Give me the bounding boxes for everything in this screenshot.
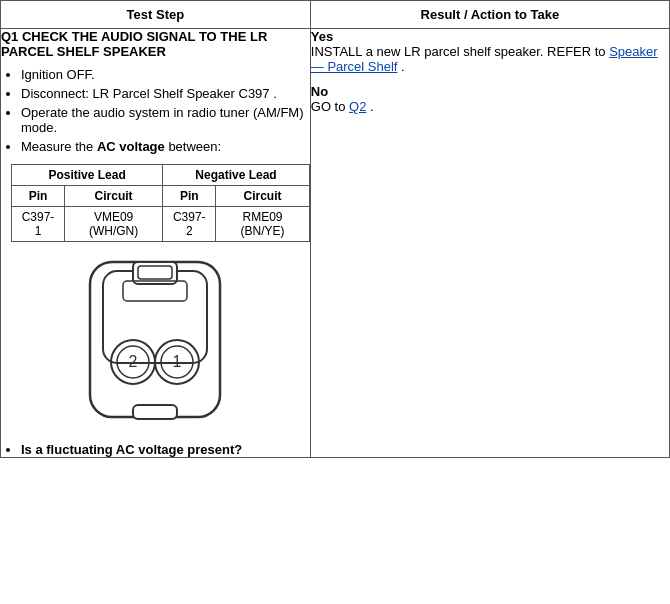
step-1: Ignition OFF. [21, 67, 310, 82]
bottom-question-text: Is a fluctuating AC voltage present? [21, 442, 242, 457]
no-text: GO to [311, 99, 349, 114]
step-3: Operate the audio system in radio tuner … [21, 105, 310, 135]
step-2: Disconnect: LR Parcel Shelf Speaker C397… [21, 86, 310, 101]
col1-header: Test Step [1, 1, 311, 29]
content-row: Q1 CHECK THE AUDIO SIGNAL TO THE LR PARC… [1, 29, 670, 458]
right-column: Yes INSTALL a new LR parcel shelf speake… [310, 29, 669, 458]
neg-pin-header: Pin [163, 186, 216, 207]
neg-circuit-value: RME09 (BN/YE) [216, 207, 310, 242]
voltage-table: Positive Lead Negative Lead Pin Circuit … [11, 164, 310, 242]
steps-list: Ignition OFF. Disconnect: LR Parcel Shel… [1, 67, 310, 154]
yes-label: Yes [311, 29, 669, 44]
no-period: . [366, 99, 373, 114]
yes-content: INSTALL a new LR parcel shelf speaker. R… [311, 44, 669, 74]
col2-header: Result / Action to Take [310, 1, 669, 29]
svg-rect-9 [133, 405, 177, 419]
no-label: No [311, 84, 669, 99]
neg-circuit-header: Circuit [216, 186, 310, 207]
connector-svg: 2 1 [75, 257, 235, 427]
neg-pin-value: C397-2 [163, 207, 216, 242]
bottom-question-item: Is a fluctuating AC voltage present? [21, 442, 310, 457]
col-headers-row: Pin Circuit Pin Circuit [12, 186, 310, 207]
voltage-table-wrapper: Positive Lead Negative Lead Pin Circuit … [11, 164, 310, 242]
left-column: Q1 CHECK THE AUDIO SIGNAL TO THE LR PARC… [1, 29, 311, 458]
pos-circuit-value: VME09 (WH/GN) [64, 207, 162, 242]
yes-end: . [397, 59, 404, 74]
pos-circuit-header: Circuit [64, 186, 162, 207]
ac-voltage-label: AC voltage [97, 139, 165, 154]
yes-text: INSTALL a new LR parcel shelf speaker. R… [311, 44, 609, 59]
pos-pin-header: Pin [12, 186, 65, 207]
data-row-1: C397-1 VME09 (WH/GN) C397-2 RME09 (BN/YE… [12, 207, 310, 242]
svg-rect-0 [90, 262, 220, 417]
result-yes-block: Yes INSTALL a new LR parcel shelf speake… [311, 29, 669, 74]
negative-lead-header: Negative Lead [163, 165, 310, 186]
pos-pin-value: C397-1 [12, 207, 65, 242]
header-row: Test Step Result / Action to Take [1, 1, 670, 29]
group-header-row: Positive Lead Negative Lead [12, 165, 310, 186]
step-4: Measure the AC voltage between: [21, 139, 310, 154]
pin2-label: 2 [129, 353, 138, 370]
pin1-label: 1 [173, 353, 182, 370]
no-content: GO to Q2 . [311, 99, 669, 114]
question-title: Q1 CHECK THE AUDIO SIGNAL TO THE LR PARC… [1, 29, 310, 59]
positive-lead-header: Positive Lead [12, 165, 163, 186]
main-table: Test Step Result / Action to Take Q1 CHE… [0, 0, 670, 458]
q2-link[interactable]: Q2 [349, 99, 366, 114]
bottom-question-list: Is a fluctuating AC voltage present? [1, 442, 310, 457]
result-no-block: No GO to Q2 . [311, 84, 669, 114]
connector-illustration: 2 1 [1, 257, 310, 427]
